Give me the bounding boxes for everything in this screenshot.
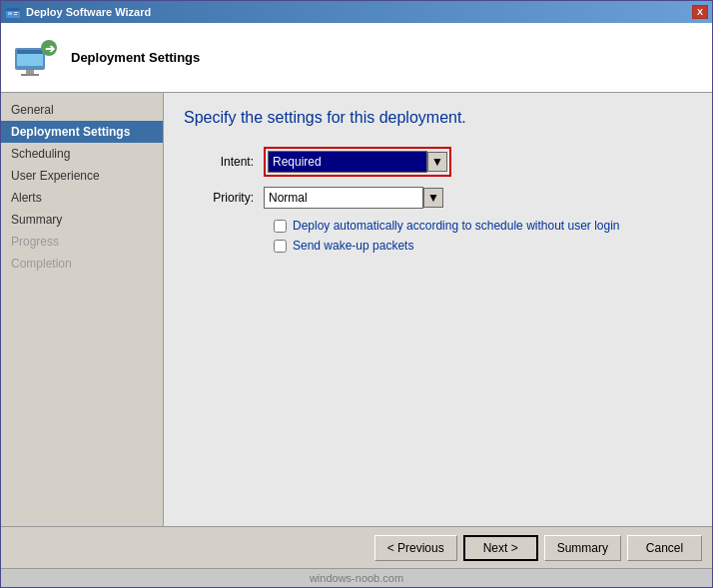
header-title: Deployment Settings	[71, 50, 200, 65]
priority-select[interactable]: Normal	[264, 187, 423, 209]
header-area: ➔ Deployment Settings	[1, 23, 712, 93]
priority-select-wrapper: Normal ▼	[264, 187, 443, 209]
sidebar-item-summary[interactable]: Summary	[1, 209, 163, 231]
svg-rect-7	[17, 50, 43, 54]
window: Deploy Software Wizard X ➔ Deployment Se…	[0, 0, 713, 588]
content-area: General Deployment Settings Scheduling U…	[1, 93, 712, 526]
form-section: Intent: Required ▼ Priority: Normal	[184, 147, 692, 510]
window-icon	[5, 4, 21, 20]
checkbox1-row: Deploy automatically according to schedu…	[274, 219, 692, 233]
intent-select[interactable]: Required	[268, 151, 427, 173]
priority-dropdown-arrow[interactable]: ▼	[423, 188, 443, 208]
deployment-icon: ➔	[11, 34, 59, 82]
previous-button[interactable]: < Previous	[374, 535, 457, 561]
checkbox2-label[interactable]: Send wake-up packets	[293, 239, 413, 253]
main-content: Specify the settings for this deployment…	[164, 93, 712, 526]
sidebar-item-completion: Completion	[1, 253, 163, 275]
watermark-text: windows-noob.com	[310, 572, 403, 584]
window-title: Deploy Software Wizard	[26, 6, 151, 18]
summary-button[interactable]: Summary	[544, 535, 621, 561]
svg-text:➔: ➔	[45, 42, 56, 56]
next-button[interactable]: Next >	[463, 535, 538, 561]
svg-rect-4	[14, 14, 17, 15]
title-bar-left: Deploy Software Wizard	[5, 4, 151, 20]
close-button[interactable]: X	[692, 5, 708, 19]
sidebar: General Deployment Settings Scheduling U…	[1, 93, 164, 526]
title-bar: Deploy Software Wizard X	[1, 1, 712, 23]
sidebar-item-alerts[interactable]: Alerts	[1, 187, 163, 209]
priority-row: Priority: Normal ▼	[184, 187, 692, 209]
priority-label: Priority:	[184, 191, 264, 205]
sidebar-item-user-experience[interactable]: User Experience	[1, 165, 163, 187]
deploy-auto-checkbox[interactable]	[274, 220, 287, 233]
svg-rect-9	[21, 74, 39, 76]
sidebar-item-progress: Progress	[1, 231, 163, 253]
intent-container: Required ▼	[264, 147, 451, 177]
sidebar-item-deployment-settings[interactable]: Deployment Settings	[1, 121, 163, 143]
sidebar-item-general[interactable]: General	[1, 99, 163, 121]
wake-up-checkbox[interactable]	[274, 240, 287, 253]
checkbox2-row: Send wake-up packets	[274, 239, 692, 253]
checkbox1-label[interactable]: Deploy automatically according to schedu…	[293, 219, 620, 233]
svg-rect-1	[6, 8, 20, 11]
main-title: Specify the settings for this deployment…	[184, 109, 692, 127]
svg-rect-3	[14, 12, 18, 13]
cancel-button[interactable]: Cancel	[627, 535, 702, 561]
svg-rect-8	[26, 70, 34, 74]
watermark-bar: windows-noob.com	[1, 568, 712, 587]
intent-dropdown-arrow[interactable]: ▼	[427, 152, 447, 172]
intent-row: Intent: Required ▼	[184, 147, 692, 177]
bottom-bar: < Previous Next > Summary Cancel	[1, 526, 712, 568]
svg-rect-2	[8, 12, 12, 15]
intent-label: Intent:	[184, 155, 264, 169]
sidebar-item-scheduling[interactable]: Scheduling	[1, 143, 163, 165]
